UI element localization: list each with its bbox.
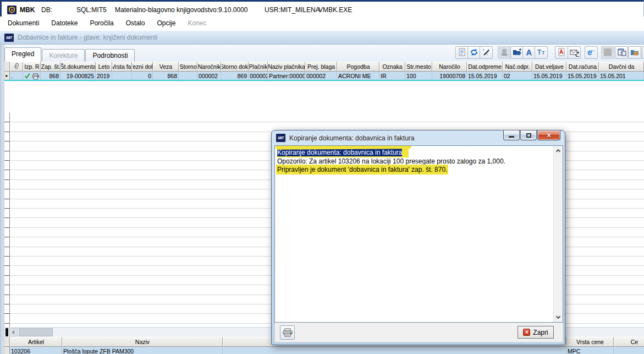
app-titlebar[interactable]: MBK DB: SQL:MIT5 Materialno-blagovno knj… bbox=[0, 0, 644, 17]
scroll-left-button[interactable] bbox=[9, 328, 18, 336]
menu-item-ostalo[interactable]: Ostalo bbox=[120, 18, 151, 29]
red-x-icon: × bbox=[523, 329, 530, 336]
font-color-icon: A bbox=[525, 48, 533, 58]
dialog-titlebar[interactable]: MIT Kopiranje dokumenta: dobavnica in fa… bbox=[272, 130, 565, 145]
cell-Nač.odpr.: 02 bbox=[503, 72, 532, 80]
column-header-Dat.odpreme[interactable]: Dat.odpreme bbox=[467, 62, 503, 72]
wand-icon: +++ bbox=[482, 48, 491, 58]
cell-Naročilo: 19000708 bbox=[432, 72, 467, 80]
menu-bar: DokumentiDatotekePoročilaOstaloOpcijeKon… bbox=[2, 17, 644, 30]
item-cell-Ce bbox=[614, 347, 644, 354]
cell-Str.mesto: 100 bbox=[405, 72, 432, 80]
column-header-Str.mesto[interactable]: Str.mesto bbox=[405, 62, 432, 72]
toolbar-button-font-color-icon[interactable]: A bbox=[522, 46, 536, 59]
db-label: DB: bbox=[41, 6, 52, 14]
zapri-button[interactable]: × Zapri bbox=[518, 326, 554, 339]
column-header-Storno[interactable]: Storno bbox=[179, 62, 197, 72]
blank-icon bbox=[603, 48, 612, 58]
toolbar-button-wand-icon[interactable]: +++ bbox=[480, 46, 493, 59]
toolbar-button-clipped-icon[interactable] bbox=[642, 46, 644, 59]
refresh-icon bbox=[470, 48, 478, 58]
cell-Plačnik: 000002 bbox=[249, 72, 268, 80]
dialog-footer: × Zapri bbox=[274, 323, 563, 342]
toolbar-button-browser-icon[interactable]: e bbox=[585, 46, 598, 59]
dialog-title: Kopiranje dokumenta: dobavnica in faktur… bbox=[289, 134, 414, 142]
cell-Dat.odpreme: 15.05.2019 bbox=[467, 72, 503, 80]
column-header-Nač.odpr.[interactable]: Nač.odpr. bbox=[503, 62, 532, 72]
column-header-Veza[interactable]: Veza bbox=[153, 62, 179, 72]
child-window-titlebar[interactable]: MIT Dobavnice in fakture - glave: knjiže… bbox=[0, 31, 644, 45]
menu-item-konec: Konec bbox=[181, 18, 212, 29]
column-header-Dat.veljave[interactable]: Dat.veljave bbox=[532, 62, 566, 72]
close-button[interactable]: × bbox=[537, 130, 560, 140]
scrollbar-thumb[interactable] bbox=[19, 328, 53, 336]
toolbar-button-pdf-icon[interactable] bbox=[555, 46, 568, 59]
window-left-border bbox=[0, 31, 4, 354]
selected-item-row[interactable]: 103206Plošča lopute ZFB PAM300MPC bbox=[4, 347, 644, 354]
toolbar-button-report-icon[interactable] bbox=[455, 46, 469, 59]
toolbar-button-font-size-icon[interactable]: TT bbox=[535, 46, 548, 59]
tab-strip: Pregled Korekture Podrobnosti bbox=[4, 47, 135, 62]
splitter-handle[interactable] bbox=[5, 328, 8, 336]
svg-text:A: A bbox=[526, 48, 532, 57]
menu-item-dokumenti[interactable]: Dokumenti bbox=[2, 18, 45, 29]
close-icon: × bbox=[547, 131, 551, 139]
items-column-header-Ce[interactable]: Ce bbox=[614, 337, 644, 347]
column-header-Oznaka[interactable]: Oznaka bbox=[379, 62, 405, 72]
header-corner bbox=[4, 62, 10, 72]
items-column-header-Naziv[interactable]: Naziv bbox=[62, 337, 223, 347]
menu-item-datoteke[interactable]: Datoteke bbox=[45, 18, 84, 29]
column-header-Leto[interactable]: Leto bbox=[96, 62, 112, 72]
column-header-Dat.računa[interactable]: Dat.računa bbox=[566, 62, 599, 72]
toolbar-button-open-folder-icon[interactable] bbox=[510, 46, 524, 59]
copy-document-dialog: MIT Kopiranje dokumenta: dobavnica in fa… bbox=[271, 130, 565, 345]
cell-Št.dokumenta: 19-000825 bbox=[60, 72, 96, 80]
dialog-vertical-scrollbar[interactable] bbox=[553, 146, 563, 322]
column-header-Plačnik[interactable]: Plačnik bbox=[249, 62, 268, 72]
restore-button[interactable] bbox=[520, 130, 537, 140]
cell-attachment: . bbox=[10, 72, 23, 80]
column-header-Vezni dok.[interactable]: Vezni dok. bbox=[132, 62, 153, 72]
mit-window-icon: MIT bbox=[4, 34, 14, 42]
minimize-button[interactable] bbox=[503, 130, 520, 140]
toolbar-button-stamp-icon[interactable] bbox=[498, 46, 511, 59]
column-header-Zap. št.[interactable]: Zap. št. bbox=[41, 62, 60, 72]
toolbar-button-help-window-icon[interactable]: ? bbox=[615, 46, 628, 59]
menu-item-poročila[interactable]: Poročila bbox=[84, 18, 119, 29]
tab-podrobnosti[interactable]: Podrobnosti bbox=[85, 49, 135, 62]
svg-text:e: e bbox=[588, 48, 592, 57]
svg-text:T: T bbox=[537, 48, 542, 56]
cell-Izp. R bbox=[23, 72, 41, 80]
column-header-Davčni da[interactable]: Davčni da bbox=[599, 62, 644, 72]
toolbar-button-refresh-icon[interactable] bbox=[467, 46, 481, 59]
column-header-Naročilo[interactable]: Naročilo bbox=[432, 62, 467, 72]
report-icon bbox=[458, 48, 466, 58]
toolbar-button-blank-icon[interactable] bbox=[601, 46, 614, 59]
cell-Zap. št.: 868 bbox=[41, 72, 60, 80]
print-button[interactable] bbox=[280, 325, 295, 340]
column-header-Pogodba[interactable]: Pogodba bbox=[337, 62, 379, 72]
column-header-Št.dokumenta[interactable]: Št.dokumenta bbox=[60, 62, 96, 72]
item-row-marker bbox=[4, 347, 10, 354]
cell-Dat.računa: 15.05.2019 bbox=[566, 72, 599, 80]
menu-item-opcije[interactable]: Opcije bbox=[151, 18, 181, 29]
toolbar-button-language-folder-icon[interactable] bbox=[628, 46, 641, 59]
column-header-Prej. blaga[interactable]: Prej. blaga bbox=[305, 62, 337, 72]
column-header-Naziv plačnika[interactable]: Naziv plačnika bbox=[268, 62, 305, 72]
toolbar-button-send-mail-icon[interactable] bbox=[568, 46, 581, 59]
green-check-icon bbox=[24, 73, 31, 79]
svg-text:+: + bbox=[482, 48, 485, 52]
column-header-attachment[interactable] bbox=[10, 62, 23, 72]
selected-document-row[interactable]: ►.86819-00082520190868000002869000002Par… bbox=[4, 72, 644, 81]
item-cell-Naziv: Plošča lopute ZFB PAM300 bbox=[62, 347, 223, 354]
items-column-header-Vrsta cene[interactable]: Vrsta cene bbox=[566, 337, 614, 347]
cell-Vezni dok.: 0 bbox=[132, 72, 153, 80]
cell-Leto: 2019 bbox=[96, 72, 112, 80]
tab-pregled[interactable]: Pregled bbox=[4, 47, 41, 62]
svg-text:+: + bbox=[486, 52, 488, 56]
column-header-Storno dok.[interactable]: Storno dok. bbox=[221, 62, 249, 72]
column-header-Izp. R[interactable]: Izp. R bbox=[23, 62, 41, 72]
column-header-Naročnik[interactable]: Naročnik bbox=[197, 62, 221, 72]
column-header-Vrsta fa.[interactable]: Vrsta fa. bbox=[112, 62, 132, 72]
items-column-header-Artikel[interactable]: Artikel bbox=[10, 337, 62, 347]
